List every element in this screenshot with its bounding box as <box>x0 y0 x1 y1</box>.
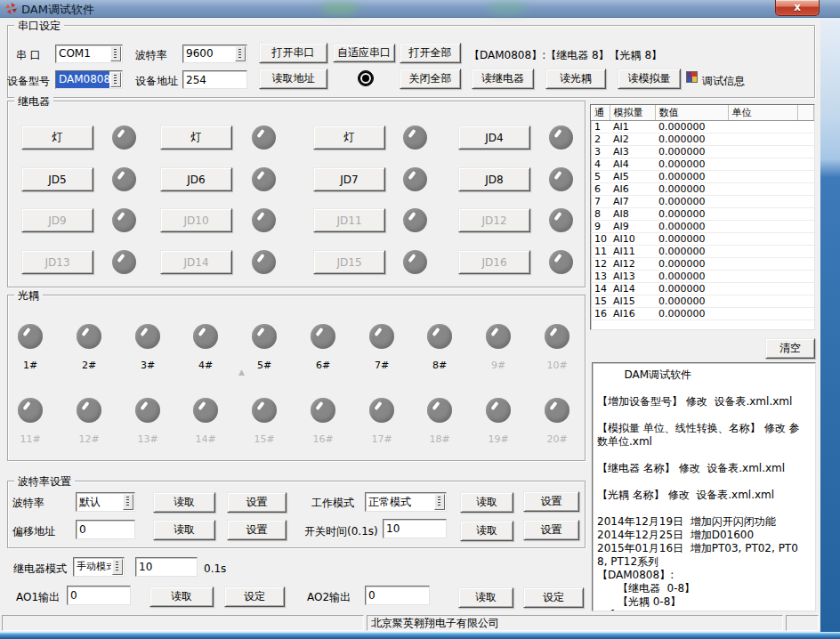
table-row[interactable]: 15AI150.000000 <box>591 295 814 307</box>
table-row[interactable]: 13AI130.000000 <box>591 270 814 282</box>
baud-set-button[interactable]: 设置 <box>227 492 287 513</box>
baud-read-button[interactable]: 读取 <box>153 492 215 513</box>
table-header-cell[interactable] <box>797 105 814 120</box>
ao1-set-button[interactable]: 设定 <box>224 586 285 607</box>
work-set-button[interactable]: 设置 <box>523 491 579 512</box>
opto-led-4 <box>193 324 218 349</box>
table-header-cell[interactable]: 模拟量 <box>610 105 655 120</box>
table-cell: AI14 <box>610 282 655 295</box>
table-row[interactable]: 1AI10.000000 <box>591 120 814 133</box>
relay-button-10[interactable]: JD10 <box>160 208 232 232</box>
opto-label-20: 20# <box>539 433 575 445</box>
close-button[interactable]: x <box>775 0 820 16</box>
relay-button-7[interactable]: JD7 <box>313 167 385 191</box>
address-label: 设备地址 <box>135 74 178 89</box>
ao2-set-button[interactable]: 设定 <box>523 587 584 608</box>
table-row[interactable]: 14AI140.000000 <box>591 282 814 295</box>
work-mode-select[interactable]: 正常模式 <box>365 492 447 512</box>
switch-read-button[interactable]: 读取 <box>460 521 513 541</box>
dropdown-button[interactable] <box>110 72 121 87</box>
ao2-input[interactable] <box>365 586 430 605</box>
baud2-select[interactable]: 默认 <box>76 492 135 512</box>
table-header-cell[interactable]: 通 <box>591 105 610 120</box>
relay-button-16[interactable]: JD16 <box>458 250 530 274</box>
relay-mode-select[interactable]: 手动模式 <box>73 557 125 577</box>
read-relay-button[interactable]: 读继电器 <box>472 69 534 89</box>
table-row[interactable] <box>591 320 814 330</box>
relay-led-1 <box>112 125 136 150</box>
opto-led-8 <box>427 324 452 349</box>
opto-led-7 <box>369 324 394 349</box>
relay-button-5[interactable]: JD5 <box>21 167 93 191</box>
opto-led-10 <box>545 324 569 349</box>
opto-led-14 <box>193 398 218 423</box>
relay-button-4[interactable]: JD4 <box>458 125 530 150</box>
dropdown-button[interactable] <box>235 46 246 61</box>
baud-select[interactable]: 9600 <box>182 44 247 63</box>
relay-button-6[interactable]: JD6 <box>160 167 232 191</box>
offset-set-button[interactable]: 设置 <box>227 520 287 540</box>
ao2-read-button[interactable]: 读取 <box>458 587 513 608</box>
table-row[interactable]: 4AI40.000000 <box>591 158 814 170</box>
table-header-row[interactable]: 通模拟量数值单位 <box>591 105 814 120</box>
table-row[interactable]: 8AI80.000000 <box>591 207 814 220</box>
table-header-cell[interactable]: 单位 <box>728 105 797 120</box>
relay-button-13[interactable]: JD13 <box>21 250 93 274</box>
offset-read-button[interactable]: 读取 <box>153 520 215 540</box>
table-row[interactable]: 3AI30.000000 <box>591 145 814 158</box>
table-row[interactable]: 5AI50.000000 <box>591 170 814 182</box>
analog-table[interactable]: 通模拟量数值单位 1AI10.0000002AI20.0000003AI30.0… <box>590 104 815 330</box>
work-read-button[interactable]: 读取 <box>460 492 513 513</box>
relay-button-3[interactable]: 灯 <box>313 125 385 150</box>
model-select[interactable]: DAM0808 <box>55 70 123 89</box>
dropdown-button[interactable] <box>110 46 121 61</box>
clear-button[interactable]: 清空 <box>765 338 815 359</box>
read-address-button[interactable]: 读取地址 <box>259 69 327 89</box>
relay-button-8[interactable]: JD8 <box>458 167 530 191</box>
log-textarea[interactable]: DAM调试软件 【增加设备型号】 修改 设备表.xml.xml 【模拟量 单位、… <box>592 362 816 611</box>
relay-button-11[interactable]: JD11 <box>313 208 385 232</box>
table-row[interactable]: 6AI60.000000 <box>591 182 814 195</box>
relay-button-15[interactable]: JD15 <box>313 250 385 274</box>
serial-port-select[interactable]: COM1 <box>55 44 123 63</box>
auto-port-button[interactable]: 自适应串口 <box>333 44 395 62</box>
table-row[interactable]: 11AI110.000000 <box>591 245 814 257</box>
relay-led-12 <box>549 208 573 232</box>
table-row[interactable]: 7AI70.000000 <box>591 195 814 207</box>
open-all-button[interactable]: 打开全部 <box>400 43 461 63</box>
ao1-input[interactable] <box>67 586 131 605</box>
table-cell <box>728 182 797 195</box>
dropdown-button[interactable] <box>123 494 133 510</box>
dropdown-button[interactable] <box>112 559 123 575</box>
address-input[interactable] <box>182 70 247 89</box>
switch-time-input[interactable] <box>383 519 447 538</box>
relay-button-14[interactable]: JD14 <box>160 250 232 274</box>
read-analog-button[interactable]: 读模拟量 <box>618 69 681 89</box>
scroll-up-icon[interactable]: ▲ <box>238 368 245 376</box>
relay-button-12[interactable]: JD12 <box>458 208 530 232</box>
dropdown-button[interactable] <box>434 494 445 510</box>
open-port-button[interactable]: 打开串口 <box>259 43 327 63</box>
opto-led-17 <box>369 398 394 423</box>
relay-button-9[interactable]: JD9 <box>21 208 93 232</box>
table-header-cell[interactable]: 数值 <box>655 105 728 120</box>
switch-set-button[interactable]: 设置 <box>523 520 579 540</box>
debug-info-icon[interactable] <box>686 71 698 83</box>
relay-time-input[interactable] <box>135 557 198 577</box>
table-row[interactable]: 16AI160.000000 <box>591 307 814 320</box>
table-row[interactable]: 2AI20.000000 <box>591 133 814 145</box>
table-row[interactable]: 10AI100.000000 <box>591 232 814 245</box>
close-all-button[interactable]: 关闭全部 <box>400 69 461 89</box>
app-window: DAM调试软件 x 串口设定 串 口 COM1 波特率 9600 打开串口 自适… <box>0 0 840 639</box>
ao1-label: AO1输出 <box>16 590 60 605</box>
read-opto-button[interactable]: 读光耦 <box>545 69 606 89</box>
relay-button-1[interactable]: 灯 <box>21 125 93 150</box>
opto-label-3: 3# <box>130 360 166 371</box>
table-row[interactable]: 12AI120.000000 <box>591 257 814 270</box>
offset-input[interactable] <box>76 520 135 539</box>
relay-button-2[interactable]: 灯 <box>160 125 232 150</box>
table-row[interactable]: 9AI90.000000 <box>591 220 814 232</box>
opto-label-1: 1# <box>12 360 48 371</box>
ao1-read-button[interactable]: 读取 <box>149 586 214 607</box>
relay-led-11 <box>403 208 427 232</box>
